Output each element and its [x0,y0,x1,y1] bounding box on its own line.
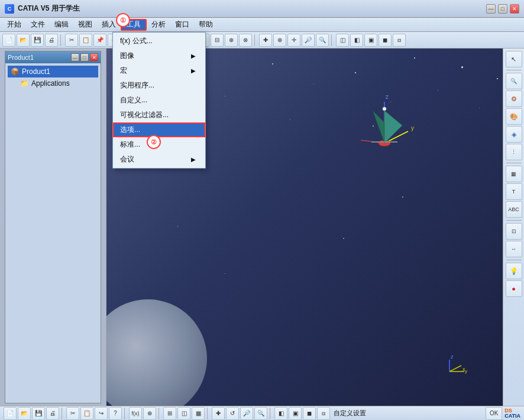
menu-utility[interactable]: 实用程序... [113,78,205,93]
grid3-button[interactable]: ⊕ [225,34,238,47]
right-shape-btn[interactable]: ◈ [506,126,522,143]
star-6 [313,84,314,85]
maximize-button[interactable]: □ [498,4,507,14]
bottom-print[interactable]: 🖨 [46,407,59,420]
bottom-param[interactable]: ⊕ [143,407,156,420]
bottom-clip[interactable]: ⧈ [317,407,330,420]
close-button[interactable]: ✕ [510,4,519,14]
menu-formula[interactable]: f(x) 公式... [113,34,205,49]
bottom-sep-3 [159,408,161,419]
copy-button[interactable]: 📋 [79,34,92,47]
star-14 [290,119,290,120]
bottom-move[interactable]: ✚ [212,407,225,420]
right-abc-btn[interactable]: ABC [506,201,522,218]
open-button[interactable]: 📂 [17,34,30,47]
star-12 [479,108,480,108]
menu-start[interactable]: 开始 [2,19,26,31]
save-button[interactable]: 💾 [31,34,44,47]
product-window-title: Product1 — □ ✕ [5,51,101,63]
right-constraint-btn[interactable]: ⊡ [506,223,522,240]
bottom-cut[interactable]: ✂ [66,407,79,420]
right-text-btn[interactable]: T [506,183,522,200]
coord-axes: x z y [432,354,467,385]
svg-text:z: z [451,354,454,360]
clip-button[interactable]: ⧈ [393,34,406,47]
menu-analysis[interactable]: 分析 [147,19,170,31]
bottom-grid[interactable]: ⊞ [163,407,176,420]
menu-image[interactable]: 图像 ▶ [113,49,205,63]
bottom-save[interactable]: 💾 [32,407,45,420]
grid2-button[interactable]: ⊟ [211,34,224,47]
content-area: Product1 — □ ✕ 📦 Product1 📁 Applications [0,49,524,406]
right-move-btn[interactable]: ↔ [506,241,522,257]
bottom-zoom-out[interactable]: 🔍 [254,407,267,420]
svg-text:y: y [465,369,467,374]
bottom-rotate[interactable]: ↺ [226,407,239,420]
menu-macro[interactable]: 宏 ▶ [113,63,205,78]
snap-button[interactable]: ✚ [259,34,272,47]
paste-button[interactable]: 📌 [93,34,106,47]
star-5 [272,63,273,64]
tree-item-applications[interactable]: 📁 Applications [8,77,98,89]
bottom-new[interactable]: 📄 [4,407,17,420]
app-title: CATIA V5 用于学生 [18,4,80,14]
zoom-button[interactable]: 🔎 [302,34,315,47]
right-color-btn[interactable]: 🎨 [506,108,522,125]
menu-options[interactable]: 选项... [113,122,205,137]
menu-meeting[interactable]: 会议 ▶ [113,152,205,167]
star-17 [402,196,403,198]
grid4-button[interactable]: ⊗ [239,34,252,47]
bottom-view[interactable]: ◧ [274,407,287,420]
right-light-btn[interactable]: 💡 [506,263,522,279]
bottom-view2[interactable]: ▣ [289,407,302,420]
menu-window[interactable]: 窗口 [170,19,194,31]
menu-visual-filter[interactable]: 可视化过滤器... [113,108,205,122]
right-settings-btn[interactable]: ⚙ [506,91,522,107]
product-restore[interactable]: □ [80,53,89,62]
menu-help[interactable]: 帮助 [194,19,218,31]
menu-customize[interactable]: 自定义... [113,93,205,108]
right-mesh-btn[interactable]: ⋮ [506,144,522,160]
bottom-formula[interactable]: f(x) [129,407,142,420]
product-close[interactable]: ✕ [90,53,98,62]
view3-button[interactable]: ▣ [364,34,377,47]
bottom-sep-4 [207,408,209,419]
svg-text:z: z [386,93,389,100]
bottom-zoom-in[interactable]: 🔎 [240,407,253,420]
right-zoom-btn[interactable]: 🔍 [506,73,522,89]
print-button[interactable]: 🖨 [45,34,58,47]
view2-button[interactable]: ◧ [350,34,363,47]
tree-item-product1[interactable]: 📦 Product1 [8,66,98,77]
bottom-grid2[interactable]: ◫ [177,407,190,420]
toolbar-sep-6 [331,34,334,46]
star-10 [438,90,438,91]
move-button[interactable]: ✛ [287,34,300,47]
right-red-btn[interactable]: ● [506,280,522,297]
menu-file[interactable]: 文件 [26,19,50,31]
right-layout-btn[interactable]: ▦ [506,166,522,182]
product-window: Product1 — □ ✕ 📦 Product1 📁 Applications [5,51,101,403]
right-select-btn[interactable]: ↖ [506,51,522,67]
zoomout-button[interactable]: 🔍 [316,34,329,47]
bottom-open[interactable]: 📂 [18,407,31,420]
new-button[interactable]: 📄 [2,34,15,47]
cut-button[interactable]: ✂ [65,34,78,47]
menu-edit[interactable]: 编辑 [50,19,73,31]
product-minimize[interactable]: — [71,53,79,62]
bottom-ok[interactable]: OK [486,407,502,420]
bottom-grid3[interactable]: ▦ [192,407,205,420]
bottom-render[interactable]: ◼ [303,407,316,420]
view-button[interactable]: ◫ [336,34,349,47]
tree-label-product1: Product1 [22,67,50,76]
svg-marker-6 [373,111,384,143]
bottom-right: OK DS CATIA [486,407,520,420]
bottom-help[interactable]: ? [109,407,122,420]
submenu-arrow-image: ▶ [191,53,196,59]
bottom-paste[interactable]: ↪ [95,407,108,420]
snap2-button[interactable]: ⊕ [273,34,286,47]
bottom-copy[interactable]: 📋 [80,407,93,420]
render-button[interactable]: ◼ [379,34,392,47]
menu-view[interactable]: 视图 [73,19,97,31]
star-13 [497,78,498,79]
minimize-button[interactable]: — [486,4,496,14]
